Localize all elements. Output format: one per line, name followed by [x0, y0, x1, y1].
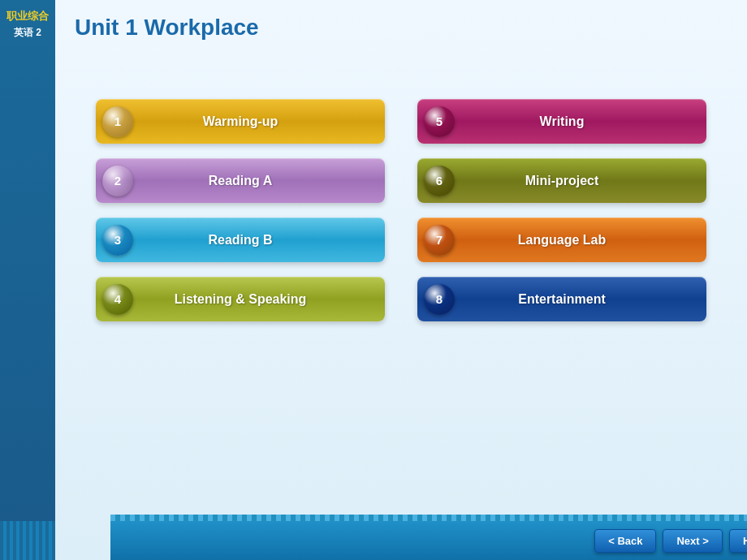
home-button[interactable]: Home	[729, 529, 747, 553]
header: Unit 1 Workplace	[55, 0, 747, 50]
menu-button-1[interactable]: 1Warming-up	[96, 99, 385, 144]
button-grid: 1Warming-up5Writing2Reading A6Mini-proje…	[55, 75, 747, 346]
stripe-decoration	[110, 515, 747, 521]
menu-button-4[interactable]: 4Listening & Speaking	[96, 277, 385, 321]
button-label-8: Entertainment	[417, 292, 706, 307]
menu-button-2[interactable]: 2Reading A	[96, 158, 385, 203]
sidebar: 职业综合 英语 2	[0, 0, 55, 560]
button-number-1: 1	[102, 106, 133, 137]
button-label-5: Writing	[417, 114, 706, 129]
button-number-7: 7	[424, 225, 455, 256]
button-number-5: 5	[424, 106, 455, 137]
button-number-2: 2	[102, 166, 133, 196]
sidebar-text: 职业综合 英语 2	[6, 8, 49, 41]
button-number-8: 8	[424, 284, 455, 315]
button-number-4: 4	[102, 284, 133, 315]
menu-button-5[interactable]: 5Writing	[417, 99, 706, 144]
page-title: Unit 1 Workplace	[75, 15, 728, 41]
main-content: Unit 1 Workplace 1Warming-up5Writing2Rea…	[55, 0, 747, 560]
button-label-3: Reading B	[96, 233, 385, 248]
button-number-6: 6	[424, 166, 455, 196]
menu-button-8[interactable]: 8Entertainment	[417, 277, 706, 321]
button-label-7: Language Lab	[417, 233, 706, 248]
next-button[interactable]: Next >	[663, 529, 722, 553]
menu-button-6[interactable]: 6Mini-project	[417, 158, 706, 203]
bottom-nav-bar: < Back Next > Home	[110, 521, 747, 560]
button-label-6: Mini-project	[417, 174, 706, 188]
button-label-2: Reading A	[96, 174, 385, 188]
sidebar-line1: 职业综合	[6, 8, 49, 25]
sidebar-line2: 英语 2	[6, 25, 49, 41]
button-label-4: Listening & Speaking	[96, 292, 385, 307]
button-number-3: 3	[102, 225, 133, 256]
sidebar-bottom-stripes	[0, 521, 55, 560]
menu-button-3[interactable]: 3Reading B	[96, 218, 385, 262]
button-label-1: Warming-up	[96, 114, 385, 129]
menu-button-7[interactable]: 7Language Lab	[417, 218, 706, 262]
back-button[interactable]: < Back	[594, 529, 656, 553]
